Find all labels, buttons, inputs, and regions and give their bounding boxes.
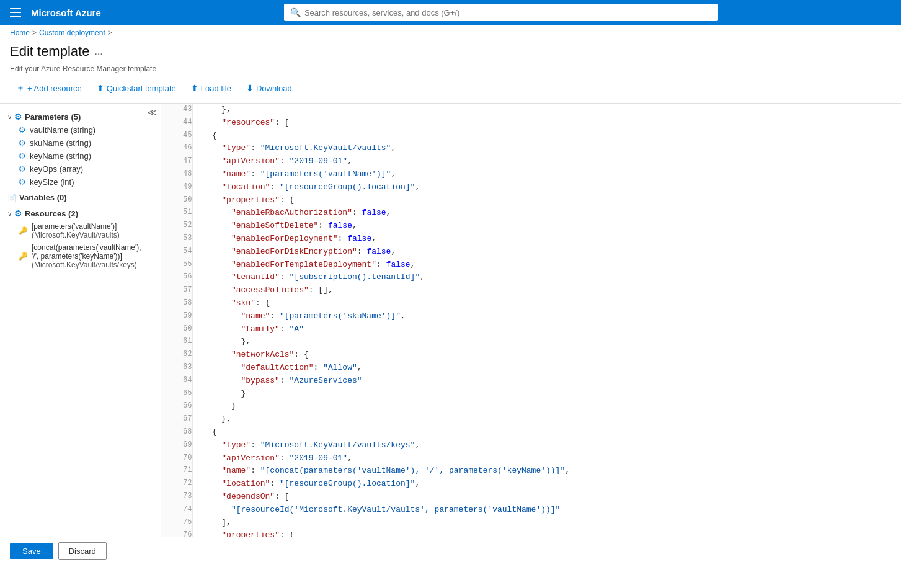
- page-title: Edit template: [10, 43, 89, 60]
- chevron-down-icon: ∨: [7, 210, 12, 217]
- table-row: 45 {: [161, 130, 901, 143]
- table-row: 69 "type": "Microsoft.KeyVault/vaults/ke…: [161, 439, 901, 452]
- breadcrumb-home[interactable]: Home: [10, 29, 30, 37]
- table-row: 46 "type": "Microsoft.KeyVault/vaults",: [161, 142, 901, 155]
- table-row: 49 "location": "[resourceGroup().locatio…: [161, 181, 901, 194]
- table-row: 44 "resources": [: [161, 117, 901, 130]
- settings-icon: ⚙: [19, 138, 26, 148]
- page-menu-icon[interactable]: ...: [94, 46, 102, 57]
- settings-icon: ⚙: [19, 125, 26, 135]
- settings-icon: ⚙: [19, 151, 26, 161]
- table-row: 70 "apiVersion": "2019-09-01",: [161, 452, 901, 465]
- toolbar: ＋ + Add resource ⬆ Quickstart template ⬆…: [0, 79, 901, 104]
- param-skuName[interactable]: ⚙ skuName (string): [0, 136, 161, 149]
- table-row: 65 }: [161, 388, 901, 401]
- table-row: 71 "name": "[concat(parameters('vaultNam…: [161, 465, 901, 478]
- table-row: 64 "bypass": "AzureServices": [161, 375, 901, 388]
- breadcrumb-sep1: >: [32, 29, 37, 37]
- load-file-button[interactable]: ⬆ Load file: [185, 80, 237, 96]
- code-editor[interactable]: 43 },44 "resources": [45 {46 "type": "Mi…: [161, 104, 901, 537]
- table-row: 68 {: [161, 426, 901, 439]
- table-row: 55 "enabledForTemplateDeployment": false…: [161, 259, 901, 272]
- collapse-panel-button[interactable]: ≪: [148, 107, 157, 117]
- add-resource-label: + Add resource: [27, 84, 82, 93]
- settings-icon: ⚙: [19, 177, 26, 187]
- breadcrumb-sep2: >: [108, 29, 112, 37]
- quickstart-label: Quickstart template: [107, 84, 176, 93]
- param-keyName[interactable]: ⚙ keyName (string): [0, 149, 161, 163]
- quickstart-template-button[interactable]: ⬆ Quickstart template: [91, 80, 182, 96]
- breadcrumb-parent[interactable]: Custom deployment: [39, 29, 105, 37]
- resources-section: ∨ ⚙ Resources (2) 🔑 [parameters('vaultNa…: [0, 205, 161, 272]
- table-row: 61 },: [161, 336, 901, 349]
- download-button[interactable]: ⬇ Download: [240, 80, 298, 96]
- table-row: 75 ],: [161, 517, 901, 530]
- table-row: 43 },: [161, 104, 901, 117]
- resources-label: Resources (2): [25, 209, 78, 218]
- table-row: 67 },: [161, 413, 901, 426]
- upload-icon: ⬆: [97, 83, 104, 93]
- page-subtitle: Edit your Azure Resource Manager templat…: [0, 65, 901, 79]
- resource-key[interactable]: 🔑 [concat(parameters('vaultName'),'/', p…: [0, 241, 161, 271]
- key-icon: 🔑: [19, 226, 28, 235]
- param-keySize[interactable]: ⚙ keySize (int): [0, 176, 161, 189]
- load-icon: ⬆: [191, 83, 198, 93]
- download-label: Download: [256, 84, 292, 93]
- discard-button[interactable]: Discard: [58, 542, 107, 560]
- table-row: 59 "name": "[parameters('skuName')]",: [161, 310, 901, 323]
- table-row: 48 "name": "[parameters('vaultName')]",: [161, 168, 901, 181]
- table-row: 52 "enableSoftDelete": false,: [161, 220, 901, 233]
- variables-section: 📄 Variables (0): [0, 190, 161, 205]
- table-row: 56 "tenantId": "[subscription().tenantId…: [161, 271, 901, 284]
- variables-label: Variables (0): [19, 193, 67, 202]
- table-row: 74 "[resourceId('Microsoft.KeyVault/vaul…: [161, 504, 901, 517]
- top-navigation: Microsoft Azure 🔍: [0, 0, 901, 25]
- settings-icon: ⚙: [19, 164, 26, 174]
- table-row: 54 "enabledForDiskEncryption": false,: [161, 246, 901, 259]
- table-row: 62 "networkAcls": {: [161, 349, 901, 362]
- plus-icon: ＋: [16, 82, 25, 94]
- search-input[interactable]: [304, 8, 712, 17]
- add-resource-button[interactable]: ＋ + Add resource: [10, 79, 88, 97]
- page-header: Edit template ...: [0, 41, 901, 65]
- variables-header[interactable]: 📄 Variables (0): [0, 191, 161, 204]
- resources-gear-icon: ⚙: [14, 208, 22, 218]
- parameters-section: ∨ ⚙ Parameters (5) ⚙ vaultName (string) …: [0, 109, 161, 190]
- table-row: 47 "apiVersion": "2019-09-01",: [161, 155, 901, 168]
- chevron-down-icon: ∨: [7, 114, 12, 120]
- table-row: 53 "enabledForDeployment": false,: [161, 233, 901, 246]
- table-row: 58 "sku": {: [161, 297, 901, 310]
- table-row: 73 "dependsOn": [: [161, 491, 901, 504]
- parameters-header[interactable]: ∨ ⚙ Parameters (5): [0, 110, 161, 123]
- hamburger-menu[interactable]: [7, 6, 24, 19]
- table-row: 66 }: [161, 400, 901, 413]
- search-bar: 🔍: [284, 4, 718, 21]
- table-row: 72 "location": "[resourceGroup().locatio…: [161, 478, 901, 491]
- table-row: 63 "defaultAction": "Allow",: [161, 362, 901, 375]
- table-row: 60 "family": "A": [161, 323, 901, 336]
- save-button[interactable]: Save: [10, 543, 53, 559]
- left-panel: ≪ ∨ ⚙ Parameters (5) ⚙ vaultName (string…: [0, 104, 161, 537]
- document-icon: 📄: [7, 194, 17, 202]
- load-file-label: Load file: [201, 84, 231, 93]
- param-keyOps[interactable]: ⚙ keyOps (array): [0, 163, 161, 176]
- main-content: ≪ ∨ ⚙ Parameters (5) ⚙ vaultName (string…: [0, 104, 901, 537]
- table-row: 51 "enableRbacAuthorization": false,: [161, 207, 901, 220]
- download-icon: ⬇: [246, 83, 254, 93]
- search-icon: 🔍: [290, 7, 301, 17]
- table-row: 57 "accessPolicies": [],: [161, 284, 901, 297]
- code-table: 43 },44 "resources": [45 {46 "type": "Mi…: [161, 104, 901, 537]
- parameters-label: Parameters (5): [25, 112, 81, 122]
- resource-vault[interactable]: 🔑 [parameters('vaultName')](Microsoft.Ke…: [0, 220, 161, 241]
- gear-icon: ⚙: [14, 112, 22, 122]
- resources-header[interactable]: ∨ ⚙ Resources (2): [0, 207, 161, 220]
- table-row: 76 "properties": {: [161, 529, 901, 537]
- breadcrumb: Home > Custom deployment >: [0, 25, 901, 41]
- brand-name: Microsoft Azure: [31, 7, 101, 18]
- table-row: 50 "properties": {: [161, 194, 901, 207]
- param-vaultName[interactable]: ⚙ vaultName (string): [0, 123, 161, 136]
- key-icon-2: 🔑: [19, 252, 28, 261]
- bottom-bar: Save Discard: [0, 537, 901, 565]
